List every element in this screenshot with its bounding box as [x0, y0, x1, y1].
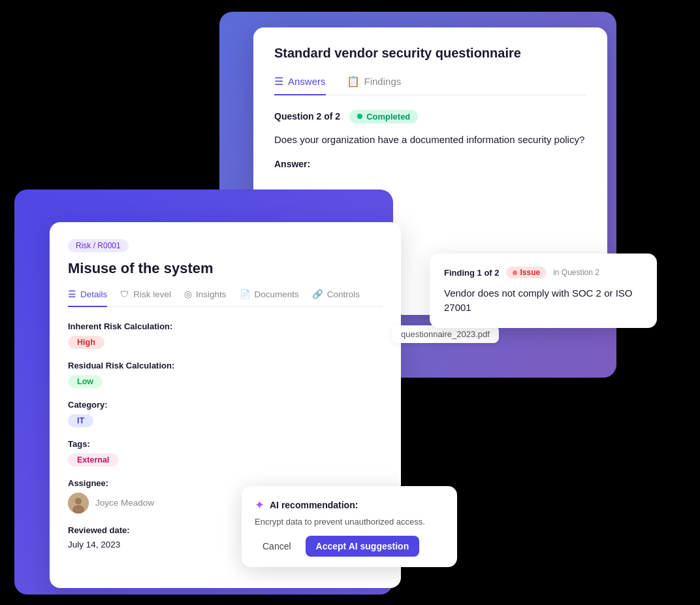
category-label: Category: [68, 400, 383, 410]
cancel-button[interactable]: Cancel [255, 537, 299, 555]
completed-dot [357, 114, 362, 119]
tab-findings[interactable]: 📋 Findings [347, 75, 402, 95]
file-ref-text: questionnaire_2023.pdf [401, 329, 490, 339]
question-label: Question 2 of 2 [274, 111, 340, 122]
risk-level-icon: 🛡 [120, 289, 129, 299]
tab-findings-label: Findings [364, 76, 402, 87]
assignee-name: Joyce Meadow [95, 498, 154, 508]
inherent-risk-label: Inherent Risk Calculation: [68, 321, 383, 331]
ai-popup-actions: Cancel Accept AI suggestion [255, 536, 444, 557]
ai-popup-title: AI recommendation: [270, 500, 358, 510]
issue-dot [513, 270, 517, 275]
category-value: IT [68, 414, 93, 427]
risk-tab-risk-level[interactable]: 🛡 Risk level [120, 289, 171, 307]
finding-label: Finding 1 of 2 [444, 268, 500, 278]
risk-title: Misuse of the system [68, 260, 383, 277]
avatar [68, 493, 89, 514]
inherent-risk-value: High [68, 336, 104, 349]
svg-point-1 [75, 498, 82, 504]
documents-icon: 📄 [240, 289, 251, 299]
residual-risk-field: Residual Risk Calculation: Low [68, 361, 383, 388]
answer-label: Answer: [274, 159, 586, 169]
finding-card: Finding 1 of 2 Issue in Question 2 Vendo… [430, 253, 657, 328]
ai-popup-header: ✦ AI recommendation: [255, 498, 444, 512]
details-icon: ☰ [68, 289, 76, 299]
accept-ai-suggestion-button[interactable]: Accept AI suggestion [306, 536, 420, 557]
residual-risk-value: Low [68, 375, 103, 388]
finding-meta: Finding 1 of 2 Issue in Question 2 [444, 267, 643, 278]
in-question-label: in Question 2 [553, 268, 599, 277]
findings-icon: 📋 [347, 75, 360, 88]
questionnaire-tabs: ☰ Answers 📋 Findings [274, 75, 586, 95]
answers-icon: ☰ [274, 75, 283, 88]
tags-value: External [68, 453, 118, 466]
controls-icon: 🔗 [312, 289, 323, 299]
risk-tab-controls-label: Controls [327, 289, 360, 299]
tab-answers[interactable]: ☰ Answers [274, 75, 326, 95]
ai-popup-description: Encrypt data to prevent unauthorized acc… [255, 517, 444, 527]
risk-tab-insights-label: Insights [196, 289, 227, 299]
question-text: Does your organization have a documented… [274, 133, 586, 148]
residual-risk-label: Residual Risk Calculation: [68, 361, 383, 370]
ai-recommendation-popup: ✦ AI recommendation: Encrypt data to pre… [242, 486, 457, 567]
finding-text: Vendor does not comply with SOC 2 or ISO… [444, 286, 643, 315]
completed-badge: Completed [349, 110, 418, 123]
questionnaire-title: Standard vendor security questionnaire [274, 46, 586, 61]
insights-icon: ◎ [184, 289, 192, 299]
risk-tab-documents-label: Documents [255, 289, 299, 299]
risk-tabs: ☰ Details 🛡 Risk level ◎ Insights 📄 Docu… [68, 289, 383, 307]
risk-tab-documents[interactable]: 📄 Documents [240, 289, 299, 307]
inherent-risk-field: Inherent Risk Calculation: High [68, 321, 383, 349]
issue-badge-label: Issue [520, 268, 541, 277]
risk-tab-details-label: Details [80, 289, 107, 299]
completed-status: Completed [366, 112, 410, 122]
issue-badge: Issue [506, 267, 547, 278]
tags-label: Tags: [68, 439, 383, 449]
risk-tab-risklevel-label: Risk level [133, 289, 171, 299]
file-reference: questionnaire_2023.pdf [392, 325, 499, 343]
tab-answers-label: Answers [288, 76, 326, 87]
breadcrumb: Risk / R0001 [68, 239, 129, 252]
risk-tab-details[interactable]: ☰ Details [68, 289, 107, 307]
tags-field: Tags: External [68, 439, 383, 466]
category-field: Category: IT [68, 400, 383, 427]
risk-tab-controls[interactable]: 🔗 Controls [312, 289, 360, 307]
ai-sparkle-icon: ✦ [255, 498, 264, 512]
risk-tab-insights[interactable]: ◎ Insights [184, 289, 227, 307]
